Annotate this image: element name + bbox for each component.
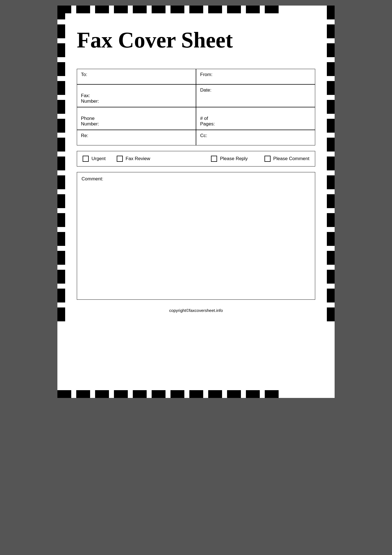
please-comment-label: Please Comment [273,156,309,162]
fax-review-checkbox-group[interactable]: Fax Review [117,156,150,162]
fields-grid: To: From: Fax: Number: Date: Phone Numbe… [77,69,315,145]
date-field: Date: [196,84,315,107]
please-reply-checkbox-group[interactable]: Please Reply [211,156,248,162]
cc-field: Cc: [196,130,315,145]
border-bottom [57,390,335,398]
re-field: Re: [77,130,196,145]
phone-number-field: Phone Number: [77,107,196,130]
fax-number-field: Fax: Number: [77,84,196,107]
checkboxes-row: Urgent Fax Review Please Reply Please Co… [77,151,315,167]
border-right [327,6,335,398]
fax-review-label: Fax Review [126,156,150,162]
to-field: To: [77,69,196,84]
please-comment-checkbox[interactable] [264,156,271,162]
please-reply-label: Please Reply [220,156,248,162]
urgent-checkbox-group[interactable]: Urgent [83,156,106,162]
comment-box: Comment: [77,172,315,300]
urgent-checkbox[interactable] [83,156,89,162]
from-field: From: [196,69,315,84]
page-title: Fax Cover Sheet [77,28,315,52]
pages-field: # of Pages: [196,107,315,130]
border-left [57,6,65,398]
fax-review-checkbox[interactable] [117,156,123,162]
please-reply-checkbox[interactable] [211,156,217,162]
right-checkboxes: Please Reply Please Comment [211,156,309,162]
please-comment-checkbox-group[interactable]: Please Comment [264,156,309,162]
border-top [57,6,335,13]
copyright-text: copyright©faxcoversheet.info [77,308,315,313]
comment-label: Comment: [82,176,103,181]
fax-cover-sheet-page: Fax Cover Sheet To: From: Fax: Number: D… [57,6,335,398]
urgent-label: Urgent [91,156,106,162]
